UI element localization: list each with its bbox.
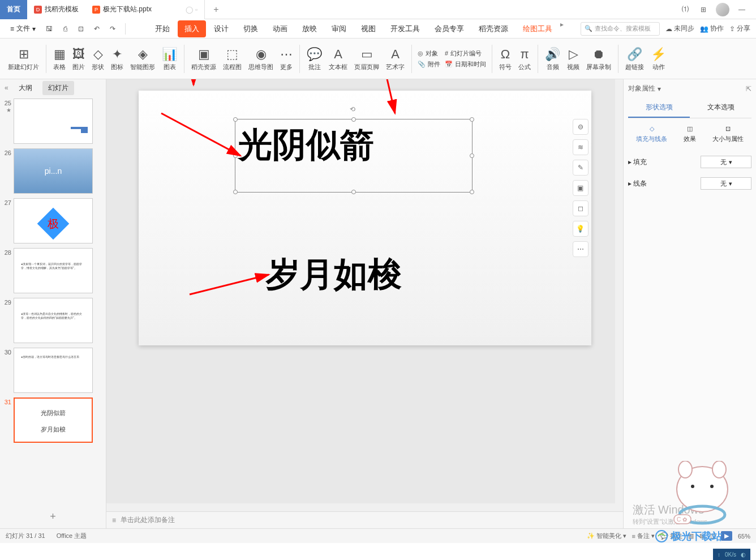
ribbon-more[interactable]: ⋯更多	[277, 45, 296, 72]
thumb-25[interactable]: 25★	[2, 99, 104, 144]
mascot-icon[interactable]: C ✿	[665, 461, 739, 529]
ribbon-chart[interactable]: 📊图表	[158, 45, 181, 72]
ribbon-smartart[interactable]: ◈智能图形	[127, 45, 158, 72]
ft-edit[interactable]: ✎	[573, 160, 589, 176]
qat-undo[interactable]: ↶	[90, 22, 104, 36]
menu-tab-view[interactable]: 视图	[354, 20, 383, 37]
notes-area[interactable]: ≡ 单击此处添加备注	[106, 511, 623, 528]
ribbon-flowchart[interactable]: ⬚流程图	[220, 45, 245, 72]
canvas-area[interactable]: ⟲ 光阴似箭 岁月如梭	[106, 79, 623, 503]
ft-frame[interactable]: ◻	[573, 200, 589, 216]
slide-canvas[interactable]: ⟲ 光阴似箭 岁月如梭	[139, 91, 591, 345]
handle-s[interactable]	[351, 190, 356, 194]
ribbon-newslide[interactable]: ⊞新建幻灯片	[5, 45, 42, 72]
thumb-26[interactable]: 26 pi...n	[2, 148, 104, 194]
rotate-handle-icon[interactable]: ⟲	[350, 105, 358, 113]
ribbon-icon[interactable]: ✦图标	[108, 45, 127, 72]
text-2[interactable]: 岁月如梭	[263, 249, 501, 301]
tab-add[interactable]: +	[205, 5, 227, 15]
menu-tab-drawtool[interactable]: 绘图工具	[516, 20, 559, 37]
expand-icon[interactable]: ▸ 线条	[628, 179, 647, 189]
collapse-icon[interactable]: «	[5, 84, 8, 92]
sb-beautify[interactable]: ✨智能美化▾	[587, 532, 626, 540]
menu-tab-transition[interactable]: 切换	[237, 20, 265, 37]
ribbon-table[interactable]: ▦表格	[50, 45, 69, 72]
textbox-2[interactable]: 岁月如梭	[263, 249, 501, 306]
qat-print[interactable]: ⎙	[58, 22, 72, 36]
grid-icon[interactable]: ⊞	[698, 4, 709, 15]
tab-template[interactable]: D 找稻壳模板	[27, 0, 85, 19]
ribbon-slidenum[interactable]: #幻灯片编号	[445, 49, 486, 58]
ribbon-mindmap[interactable]: ◉思维导图	[245, 45, 277, 72]
menu-tab-review[interactable]: 审阅	[325, 20, 353, 37]
ribbon-screenrec[interactable]: ⏺屏幕录制	[583, 45, 615, 72]
handle-sw[interactable]	[233, 190, 238, 194]
qat-save[interactable]: 🖫	[42, 22, 56, 36]
ribbon-comment[interactable]: 💬批注	[303, 45, 325, 72]
menu-tab-resource[interactable]: 稻壳资源	[472, 20, 515, 37]
ribbon-resource[interactable]: ▣稻壳资源	[188, 45, 220, 72]
thumbnails[interactable]: 25★ 26 pi...n 27 极 28 ●没发现一个事实词，就开四方的资学等…	[0, 96, 106, 505]
text-1[interactable]: 光阴似箭	[235, 119, 472, 171]
textbox-1[interactable]: ⟲ 光阴似箭	[235, 119, 472, 193]
ribbon-hyperlink[interactable]: 🔗超链接	[622, 45, 647, 72]
menu-tab-animation[interactable]: 动画	[266, 20, 294, 37]
ribbon-action[interactable]: ⚡动作	[647, 45, 669, 72]
props-subtab-fill[interactable]: ◇填充与线条	[634, 123, 669, 146]
ribbon-symbol[interactable]: Ω符号	[496, 45, 515, 72]
unsync-button[interactable]: ☁未同步	[665, 24, 694, 33]
fill-select[interactable]: 无▾	[701, 156, 751, 168]
side-tab-slides[interactable]: 幻灯片	[42, 81, 74, 95]
thumb-29[interactable]: 29 ●没等一色词以为是出自文化的情务时，面色的文学，面色的文化如何的四的"如面…	[2, 298, 104, 343]
ribbon-video[interactable]: ▷视频	[564, 45, 583, 72]
avatar[interactable]	[716, 3, 729, 16]
thumb-31[interactable]: 31 光阴似箭 岁月如梭	[2, 397, 104, 443]
ft-layers[interactable]: ≋	[573, 139, 589, 155]
scrollbar-vertical[interactable]	[615, 79, 623, 503]
ribbon-textbox[interactable]: A文本框	[325, 45, 351, 72]
ribbon-datetime[interactable]: 📅日期和时间	[445, 60, 486, 69]
menu-tab-dev[interactable]: 开发工具	[384, 20, 427, 37]
sb-notes[interactable]: ≡备注▾	[632, 532, 655, 540]
ribbon-equation[interactable]: π公式	[515, 45, 534, 72]
menu-scroll-icon[interactable]: ▸	[560, 20, 564, 37]
handle-n[interactable]	[351, 117, 356, 122]
sb-zoom[interactable]: 65%	[738, 533, 750, 540]
tab-home[interactable]: 首页	[0, 0, 27, 19]
menu-tab-insert[interactable]: 插入	[178, 20, 206, 37]
handle-nw[interactable]	[233, 117, 238, 122]
menu-tab-design[interactable]: 设计	[207, 20, 235, 37]
menu-tab-start[interactable]: 开始	[148, 20, 177, 37]
ribbon-wordart[interactable]: A艺术字	[383, 45, 408, 72]
expand-icon[interactable]: ▸ 填充	[628, 157, 647, 167]
ft-idea[interactable]: 💡	[573, 221, 589, 237]
props-tab-shape[interactable]: 形状选项	[628, 98, 690, 118]
collab-button[interactable]: 👥协作	[700, 24, 724, 33]
ribbon-headerfooter[interactable]: ▭页眉页脚	[351, 45, 383, 72]
ribbon-audio[interactable]: 🔊音频	[542, 45, 564, 72]
ribbon-shape[interactable]: ◇形状	[88, 45, 108, 72]
handle-w[interactable]	[233, 153, 238, 158]
menu-tab-member[interactable]: 会员专享	[428, 20, 471, 37]
qat-preview[interactable]: ⊡	[74, 22, 88, 36]
thumb-28[interactable]: 28 ●没发现一个事实词，就开四方的资学等，面面学学，情者文化的细解，其先发为"…	[2, 248, 104, 293]
handle-e[interactable]	[470, 153, 474, 158]
file-menu[interactable]: ≡ 文件 ▾	[6, 22, 40, 36]
ribbon-image[interactable]: 🖼图片	[69, 45, 88, 72]
props-subtab-size[interactable]: ⊡大小与属性	[710, 123, 746, 146]
search-input[interactable]: 🔍 查找命令、搜索模板	[581, 22, 660, 36]
ft-zoomout[interactable]: ⊖	[573, 119, 589, 135]
menu-tab-show[interactable]: 放映	[295, 20, 324, 37]
tab-more-icon[interactable]: ▫	[195, 6, 197, 14]
ft-replace[interactable]: ▣	[573, 180, 589, 196]
tab-document[interactable]: P 极光下载站.pptx ◯ ▫	[85, 0, 205, 19]
side-tab-outline[interactable]: 大纲	[13, 81, 38, 95]
pin-icon[interactable]: ⇱	[746, 85, 751, 93]
props-title[interactable]: 对象属性▾	[628, 84, 661, 93]
qat-redo[interactable]: ↷	[106, 22, 119, 36]
handle-se[interactable]	[470, 190, 474, 194]
share-button[interactable]: ⇪分享	[729, 24, 750, 33]
ft-more[interactable]: ⋯	[573, 241, 589, 257]
handle-ne[interactable]	[470, 117, 474, 122]
line-select[interactable]: 无▾	[701, 177, 751, 190]
